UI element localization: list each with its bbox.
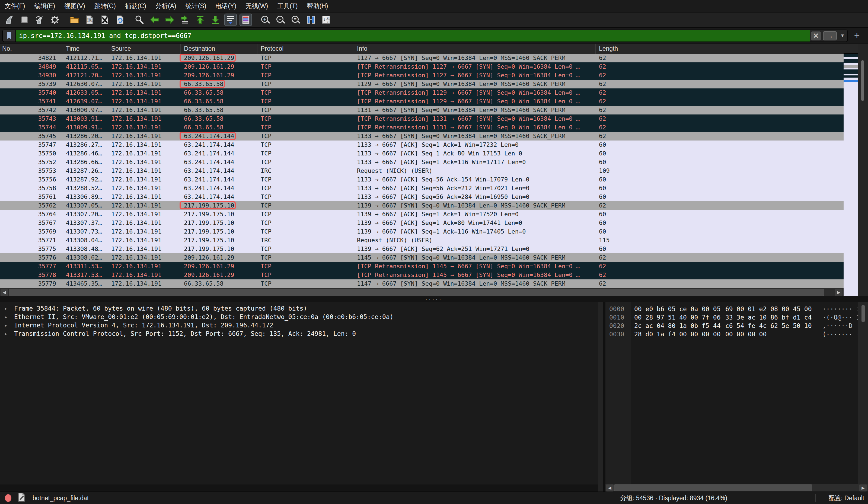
- hex-row[interactable]: 00202c ac 04 80 1a 0b f5 44c6 54 fe 4c 6…: [606, 322, 858, 330]
- packet-row[interactable]: 35762413307.05…172.16.134.191217.199.175…: [0, 201, 844, 210]
- packet-row[interactable]: 35740412633.05…172.16.134.19166.33.65.58…: [0, 89, 844, 97]
- close-file-button[interactable]: [99, 13, 111, 26]
- hex-row[interactable]: 003028 d0 1a f4 00 00 00 0000 00 00 00(·…: [606, 330, 858, 339]
- packet-row[interactable]: 34849412115.65…172.16.134.191209.126.161…: [0, 62, 844, 71]
- packet-row[interactable]: 35752413286.66…172.16.134.19163.241.174.…: [0, 158, 844, 166]
- menu-s[interactable]: 统计(S): [181, 0, 211, 12]
- expand-arrow-icon[interactable]: ▸: [4, 313, 8, 321]
- menu-h[interactable]: 帮助(H): [302, 0, 333, 12]
- pane-splitter-handle[interactable]: ·····: [0, 296, 868, 302]
- filter-bookmark-button[interactable]: [3, 30, 16, 41]
- packet-row[interactable]: 35743413003.91…172.16.134.19166.33.65.58…: [0, 114, 844, 123]
- menu-f[interactable]: 文件(F): [0, 0, 30, 12]
- menu-g[interactable]: 跳转(G): [90, 0, 121, 12]
- column-header-info[interactable]: Info: [354, 44, 596, 54]
- column-header-time[interactable]: Time: [63, 44, 108, 54]
- expand-arrow-icon[interactable]: ▸: [4, 330, 8, 338]
- column-header-destination[interactable]: Destination: [180, 44, 257, 54]
- packet-row[interactable]: 35761413306.89…172.16.134.19163.241.174.…: [0, 193, 844, 201]
- detail-line-0[interactable]: ▸Frame 35844: Packet, 60 bytes on wire (…: [0, 304, 598, 313]
- filter-apply-button[interactable]: →: [822, 30, 838, 41]
- packet-row[interactable]: 35747413286.27…172.16.134.19163.241.174.…: [0, 141, 844, 149]
- packet-row[interactable]: 35775413308.48…172.16.134.191217.199.175…: [0, 245, 844, 253]
- menu-c[interactable]: 捕获(C): [121, 0, 151, 12]
- find-packet-button[interactable]: [133, 13, 146, 26]
- scroll-left-button[interactable]: ◀: [1, 289, 8, 296]
- go-back-button[interactable]: [148, 13, 161, 26]
- packet-row[interactable]: 35744413009.91…172.16.134.19166.33.65.58…: [0, 123, 844, 132]
- detail-line-3[interactable]: ▸Transmission Control Protocol, Src Port…: [0, 330, 598, 338]
- packet-list-hscrollbar[interactable]: ◀ ▶: [0, 288, 844, 297]
- menu-a[interactable]: 分析(A): [151, 0, 181, 12]
- open-file-button[interactable]: [68, 13, 81, 26]
- packet-list-vscrollbar[interactable]: [858, 44, 868, 296]
- hscrollbar-thumb[interactable]: [9, 289, 824, 296]
- packet-row[interactable]: 34821412112.71…172.16.134.191209.126.161…: [0, 54, 844, 62]
- menu-y[interactable]: 电话(Y): [211, 0, 241, 12]
- hex-hscrollbar[interactable]: ◀ ▶: [606, 484, 868, 492]
- menu-e[interactable]: 编辑(E): [30, 0, 60, 12]
- go-to-packet-button[interactable]: [179, 13, 191, 26]
- filter-add-button[interactable]: +: [851, 30, 863, 42]
- go-bottom-button[interactable]: [209, 13, 221, 26]
- reload-file-button[interactable]: [114, 13, 126, 26]
- packet-row[interactable]: 35758413288.52…172.16.134.19163.241.174.…: [0, 184, 844, 193]
- auto-scroll-button[interactable]: [224, 13, 237, 26]
- packet-row[interactable]: 35777413311.53…172.16.134.191209.126.161…: [0, 262, 844, 271]
- stop-capture-button[interactable]: [18, 13, 31, 26]
- menu-t[interactable]: 工具(T): [272, 0, 302, 12]
- packet-row[interactable]: 35771413308.04…172.16.134.191217.199.175…: [0, 236, 844, 245]
- hex-row[interactable]: 000000 e0 b6 05 ce 0a 00 0569 00 01 e2 0…: [606, 305, 858, 313]
- detail-line-1[interactable]: ▸Ethernet II, Src: VMware_00:01:e2 (00:0…: [0, 313, 598, 321]
- filter-dropdown-caret[interactable]: ▼: [838, 30, 847, 41]
- resize-columns-button[interactable]: [304, 13, 317, 26]
- expert-info-icon[interactable]: [5, 494, 11, 502]
- go-top-button[interactable]: [194, 13, 206, 26]
- packet-row[interactable]: 35778413317.53…172.16.134.191209.126.161…: [0, 271, 844, 279]
- capture-file-name[interactable]: botnet_pcap_file.dat: [32, 494, 89, 502]
- hex-scroll-right-button[interactable]: ▶: [859, 484, 867, 492]
- packet-row[interactable]: 35741412639.07…172.16.134.19166.33.65.58…: [0, 97, 844, 106]
- expand-arrow-icon[interactable]: ▸: [4, 321, 8, 330]
- packet-row[interactable]: 35739412630.07…172.16.134.19166.33.65.58…: [0, 80, 844, 89]
- intelligent-scrollbar-minimap[interactable]: [844, 54, 858, 296]
- packet-row[interactable]: 35750413286.46…172.16.134.19163.241.174.…: [0, 149, 844, 158]
- expand-arrow-icon[interactable]: ▸: [4, 304, 8, 313]
- detail-line-2[interactable]: ▸Internet Protocol Version 4, Src: 172.1…: [0, 321, 598, 330]
- hex-vscrollbar[interactable]: [858, 302, 868, 484]
- packet-row[interactable]: 35745413286.20…172.16.134.19163.241.174.…: [0, 132, 844, 141]
- filter-clear-button[interactable]: ✕: [810, 30, 822, 41]
- capture-options-button[interactable]: [49, 13, 61, 26]
- vscrollbar-thumb[interactable]: [861, 60, 864, 101]
- menu-v[interactable]: 视图(V): [60, 0, 90, 12]
- colorize-button[interactable]: [239, 13, 252, 26]
- column-header-source[interactable]: Source: [108, 44, 180, 54]
- packet-row[interactable]: 35779413465.35…172.16.134.19166.33.65.58…: [0, 279, 844, 288]
- packet-row[interactable]: 34930412121.70…172.16.134.191209.126.161…: [0, 71, 844, 80]
- packet-row[interactable]: 35776413308.62…172.16.134.191209.126.161…: [0, 253, 844, 262]
- packet-row[interactable]: 35767413307.37…172.16.134.191217.199.175…: [0, 219, 844, 227]
- details-vscrollbar[interactable]: [598, 302, 603, 492]
- hex-row[interactable]: 001000 28 97 51 40 00 7f 0633 3e ac 10 8…: [606, 313, 858, 322]
- hex-scroll-left-button[interactable]: ◀: [606, 484, 613, 492]
- go-forward-button[interactable]: [164, 13, 176, 26]
- column-header-protocol[interactable]: Protocol: [257, 44, 354, 54]
- zoom-in-button[interactable]: +: [259, 13, 271, 26]
- start-capture-button[interactable]: [3, 13, 16, 26]
- zoom-out-button[interactable]: −: [274, 13, 287, 26]
- packet-row[interactable]: 35742413000.97…172.16.134.19166.33.65.58…: [0, 106, 844, 114]
- hex-vscrollbar-thumb[interactable]: [861, 305, 865, 322]
- menu-w[interactable]: 无线(W): [241, 0, 272, 12]
- capture-comment-icon[interactable]: [17, 493, 25, 503]
- column-header-length[interactable]: Length: [596, 44, 868, 54]
- profile-label[interactable]: 配置: Default: [828, 494, 864, 502]
- display-filter-input[interactable]: ip.src==172.16.134.191 and tcp.dstport==…: [16, 30, 810, 41]
- packet-row[interactable]: 35753413287.26…172.16.134.19163.241.174.…: [0, 166, 844, 175]
- packet-row[interactable]: 35756413287.92…172.16.134.19163.241.174.…: [0, 175, 844, 184]
- details-hex-splitter[interactable]: [603, 302, 606, 492]
- zoom-reset-button[interactable]: =: [289, 13, 302, 26]
- packet-row[interactable]: 35769413307.73…172.16.134.191217.199.175…: [0, 227, 844, 236]
- layout-button[interactable]: 123: [320, 13, 332, 26]
- scroll-right-button[interactable]: ▶: [835, 289, 843, 296]
- packet-row[interactable]: 35764413307.20…172.16.134.191217.199.175…: [0, 210, 844, 219]
